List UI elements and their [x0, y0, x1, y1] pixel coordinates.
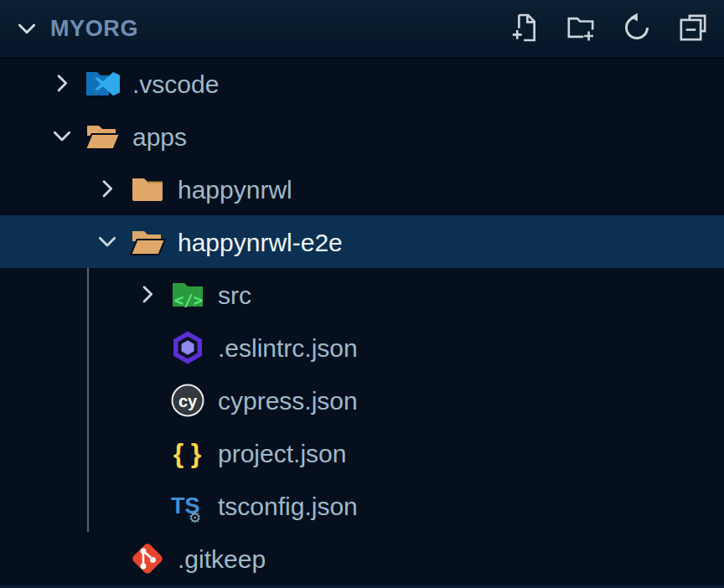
folder-closed-icon — [129, 171, 166, 208]
tree-row-vscode[interactable]: .vscode — [0, 57, 724, 110]
chevron-right-icon[interactable] — [126, 273, 169, 317]
new-file-button[interactable] — [507, 11, 542, 46]
tree-row-gitkeep[interactable]: .gitkeep — [0, 532, 724, 585]
tsconfig-icon: TS⚙ — [169, 487, 206, 524]
tree-item-label: .vscode — [132, 70, 219, 97]
tree-item-label: .gitkeep — [178, 545, 266, 572]
twisty-spacer — [126, 484, 169, 528]
twisty-spacer — [126, 431, 169, 475]
indent-guide — [87, 268, 89, 532]
tree-item-label: .eslintrc.json — [218, 334, 358, 361]
twisty-spacer — [85, 537, 129, 580]
refresh-button[interactable] — [619, 11, 654, 46]
tree-item-label: happynrwl-e2e — [178, 229, 343, 255]
new-file-icon — [508, 11, 541, 47]
tree-row-project-json[interactable]: {}project.json — [0, 426, 724, 479]
eslint-icon — [169, 329, 206, 366]
git-icon — [129, 540, 166, 577]
tree-row-tsconfig-json[interactable]: TS⚙tsconfig.json — [0, 479, 724, 532]
tree-row-src[interactable]: </>src — [0, 268, 724, 321]
tree-item-label: cypress.json — [218, 387, 358, 414]
svg-text:</>: </> — [174, 290, 203, 308]
twisty-spacer — [126, 379, 169, 422]
src-folder-icon: </> — [169, 276, 206, 313]
tree-row-happynrwl[interactable]: happynrwl — [0, 162, 724, 215]
explorer-panel: MYORG .vscodeappshappynrwlhappynrwl-e2e<… — [0, 0, 724, 588]
new-folder-icon — [564, 11, 597, 47]
explorer-section-header[interactable]: MYORG — [0, 0, 724, 57]
folder-open-icon — [129, 224, 166, 260]
vscode-folder-icon — [84, 65, 121, 102]
svg-text:}: } — [191, 438, 201, 468]
json-braces-icon: {} — [169, 435, 206, 472]
tree-item-label: project.json — [218, 440, 346, 467]
tree-item-label: happynrwl — [178, 176, 292, 203]
folder-open-icon — [84, 118, 121, 155]
svg-text:⚙: ⚙ — [189, 510, 201, 524]
tree-row-happynrwl-e2e[interactable]: happynrwl-e2e — [0, 215, 724, 268]
chevron-right-icon[interactable] — [40, 62, 84, 106]
tree-item-label: tsconfig.json — [218, 493, 358, 519]
new-folder-button[interactable] — [563, 11, 598, 46]
collapse-all-icon — [676, 11, 710, 47]
tree-item-label: apps — [132, 123, 187, 150]
svg-text:{: { — [173, 438, 184, 468]
collapse-all-button[interactable] — [675, 11, 711, 46]
file-tree: .vscodeappshappynrwlhappynrwl-e2e</>src.… — [0, 57, 724, 585]
tree-row-apps[interactable]: apps — [0, 110, 724, 162]
tree-row-eslintrc-json[interactable]: .eslintrc.json — [0, 321, 724, 374]
refresh-icon — [620, 11, 654, 47]
chevron-right-icon[interactable] — [85, 168, 129, 211]
header-actions — [507, 11, 711, 46]
cypress-icon: cy — [169, 382, 206, 419]
svg-text:cy: cy — [178, 391, 198, 410]
section-title: MYORG — [50, 16, 507, 42]
twisty-spacer — [126, 326, 169, 369]
chevron-down-icon[interactable] — [85, 220, 129, 264]
tree-item-label: src — [218, 281, 251, 308]
tree-row-cypress-json[interactable]: cycypress.json — [0, 374, 724, 426]
bottom-divider — [0, 585, 724, 588]
chevron-down-icon[interactable] — [40, 115, 84, 158]
chevron-down-icon[interactable] — [12, 13, 42, 44]
